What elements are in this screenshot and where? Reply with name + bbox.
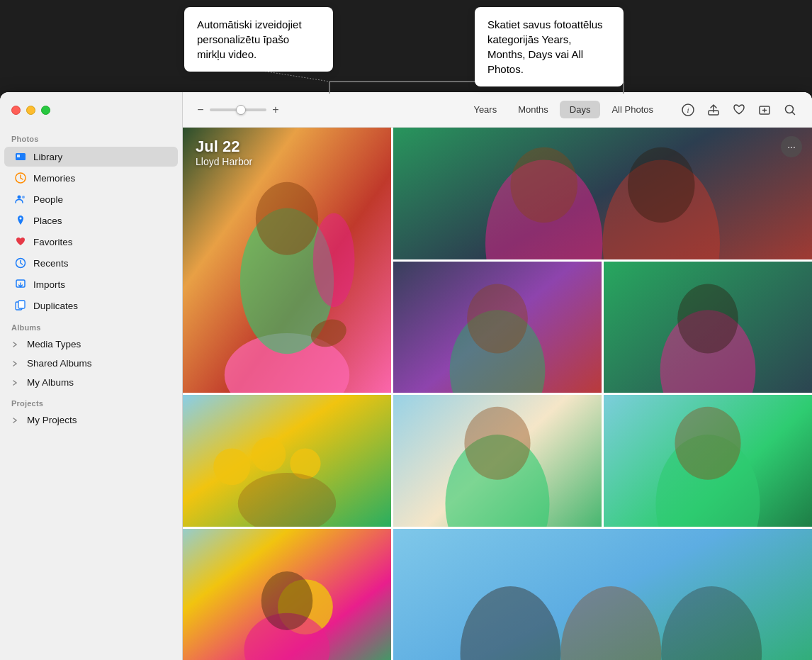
- places-icon: [14, 214, 27, 227]
- svg-point-48: [675, 407, 740, 480]
- favorites-icon: [14, 235, 27, 248]
- svg-point-10: [20, 218, 22, 220]
- titlebar: [0, 92, 182, 128]
- search-button[interactable]: [779, 99, 801, 121]
- sidebar-item-my-albums-label: My Albums: [27, 377, 74, 388]
- maximize-button[interactable]: [41, 106, 50, 115]
- tab-group: Years Months Days All Photos: [463, 101, 663, 118]
- app-window: Photos Library Memories People Places: [0, 92, 812, 660]
- svg-point-34: [467, 284, 528, 353]
- sidebar-item-library[interactable]: Library: [4, 147, 178, 167]
- sidebar-item-my-albums[interactable]: My Albums: [4, 374, 178, 391]
- photo-cell-mid-right-1[interactable]: [393, 262, 602, 393]
- sidebar-item-my-projects-label: My Projects: [27, 415, 77, 425]
- tab-all-photos[interactable]: All Photos: [602, 101, 663, 118]
- photo-date: Jul 22: [196, 138, 252, 156]
- sidebar-item-people-label: People: [33, 194, 63, 205]
- svg-point-25: [313, 213, 355, 307]
- library-icon: [14, 150, 27, 163]
- photo-cell-main[interactable]: [183, 128, 391, 393]
- minimize-button[interactable]: [26, 106, 35, 115]
- tooltip-left: Automātiski izveidojiet personalizētu īp…: [184, 7, 333, 72]
- svg-point-8: [18, 196, 21, 199]
- sidebar-item-places[interactable]: Places: [4, 211, 178, 230]
- sidebar-item-media-types[interactable]: Media Types: [4, 335, 178, 353]
- photo-cell-bottom-mid[interactable]: [393, 395, 602, 527]
- photo-grid: [183, 128, 812, 660]
- svg-point-24: [256, 182, 318, 255]
- memories-icon: [14, 172, 27, 184]
- photo-cell-last-left[interactable]: [183, 529, 391, 661]
- tab-months[interactable]: Months: [508, 101, 558, 118]
- zoom-in-button[interactable]: +: [269, 104, 282, 116]
- zoom-slider[interactable]: [210, 108, 266, 111]
- sidebar-item-shared-albums-label: Shared Albums: [27, 358, 92, 369]
- photo-cell-top-right[interactable]: [393, 128, 812, 259]
- toolbar-actions: i: [677, 99, 801, 121]
- chevron-right-icon: [11, 341, 18, 348]
- sidebar-item-shared-albums[interactable]: Shared Albums: [4, 354, 178, 372]
- section-label-albums: Albums: [0, 316, 182, 335]
- sidebar-item-favorites-label: Favorites: [33, 237, 73, 247]
- svg-point-30: [510, 147, 577, 223]
- svg-rect-14: [18, 301, 25, 308]
- sidebar-item-favorites[interactable]: Favorites: [4, 232, 178, 252]
- people-icon: [14, 193, 27, 206]
- svg-point-40: [252, 437, 286, 471]
- svg-rect-27: [393, 128, 812, 259]
- photo-cell-bottom-right[interactable]: [604, 395, 812, 527]
- tab-years[interactable]: Years: [463, 101, 507, 118]
- recents-icon: [14, 257, 27, 269]
- sidebar: Photos Library Memories People Places: [0, 92, 183, 660]
- photo-cell-bottom-left[interactable]: [183, 395, 391, 527]
- svg-point-9: [22, 196, 25, 198]
- info-button[interactable]: i: [677, 99, 699, 121]
- tab-days[interactable]: Days: [560, 101, 601, 118]
- zoom-out-button[interactable]: −: [194, 104, 207, 116]
- main-content: − + Years Months Days All Photos i: [183, 92, 812, 660]
- photo-cell-last-right[interactable]: [393, 529, 812, 661]
- sidebar-item-memories[interactable]: Memories: [4, 168, 178, 188]
- svg-line-3: [262, 71, 329, 82]
- chevron-right-icon-3: [11, 379, 18, 386]
- photo-location: Lloyd Harbor: [196, 156, 252, 167]
- sidebar-item-media-types-label: Media Types: [27, 339, 81, 349]
- svg-rect-6: [17, 155, 20, 157]
- toolbar: − + Years Months Days All Photos i: [183, 92, 812, 128]
- sidebar-item-recents[interactable]: Recents: [4, 253, 178, 273]
- photo-area: Jul 22 Lloyd Harbor ···: [183, 128, 812, 660]
- sidebar-item-people[interactable]: People: [4, 189, 178, 209]
- svg-point-31: [628, 147, 695, 223]
- zoom-thumb: [236, 105, 246, 115]
- favorite-button[interactable]: [728, 99, 750, 121]
- photo-cell-mid-right-2[interactable]: [604, 262, 812, 393]
- sidebar-item-imports-label: Imports: [33, 279, 65, 290]
- sidebar-item-places-label: Places: [33, 216, 62, 226]
- sidebar-item-recents-label: Recents: [33, 258, 69, 269]
- zoom-control: − +: [194, 104, 282, 116]
- add-to-album-button[interactable]: [754, 99, 775, 121]
- duplicates-icon: [14, 299, 27, 312]
- sidebar-item-memories-label: Memories: [33, 173, 75, 184]
- sidebar-item-duplicates[interactable]: Duplicates: [4, 296, 178, 315]
- sidebar-item-imports[interactable]: Imports: [4, 274, 178, 294]
- svg-point-52: [261, 571, 313, 630]
- svg-point-39: [213, 448, 250, 485]
- svg-point-37: [677, 284, 738, 353]
- section-label-projects: Projects: [0, 392, 182, 410]
- chevron-right-icon-4: [11, 417, 18, 424]
- svg-point-45: [464, 407, 530, 480]
- chevron-right-icon-2: [11, 360, 18, 367]
- close-button[interactable]: [11, 106, 21, 115]
- tooltip-right: Skatiet savus fotoattēlus kategorijās Ye…: [475, 7, 624, 86]
- sidebar-item-duplicates-label: Duplicates: [33, 301, 78, 311]
- imports-icon: [14, 278, 27, 291]
- sidebar-item-my-projects[interactable]: My Projects: [4, 411, 178, 429]
- more-options-button[interactable]: ···: [781, 136, 802, 157]
- share-button[interactable]: [703, 99, 724, 121]
- date-header: Jul 22 Lloyd Harbor: [196, 138, 252, 167]
- svg-text:i: i: [687, 106, 689, 114]
- section-label-photos: Photos: [0, 128, 182, 146]
- sidebar-item-library-label: Library: [33, 152, 62, 162]
